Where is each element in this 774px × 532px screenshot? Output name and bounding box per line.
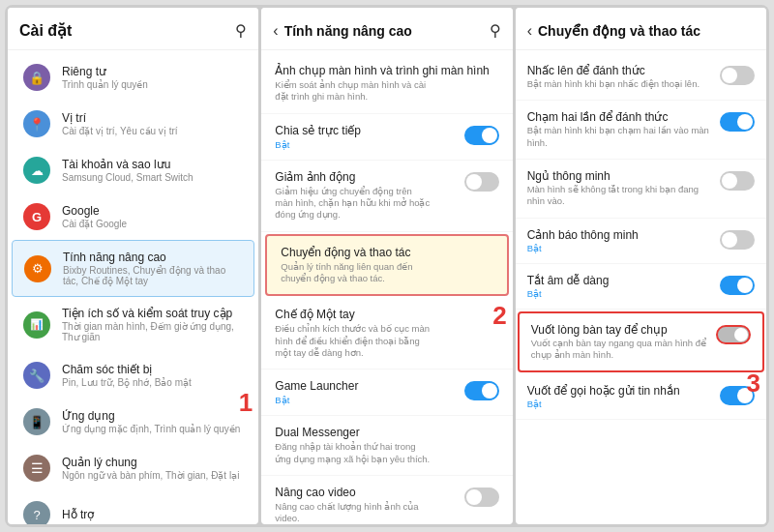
motion-palm-title: Vuốt lòng bàn tay để chụp [531,323,708,337]
google-icon: G [23,203,50,230]
feature-screenshot[interactable]: Ảnh chụp màn hình và trình ghi màn hình … [261,54,512,114]
label-number-1: 1 [239,388,253,418]
panel3-header: ‹ Chuyển động và thao tác [516,8,766,50]
motion-list: Nhấc lên để đánh thức Bật màn hình khi b… [516,50,766,524]
toggle-video[interactable] [464,488,499,507]
digital-icon: 📊 [23,311,50,339]
feature-onehand-sub: Điều chỉnh kích thước và bố cục màn hình… [275,323,430,359]
settings-item-account[interactable]: ☁ Tài khoản và sao lưu Samsung Cloud, Sm… [12,147,254,193]
panel1-header: Cài đặt ⚲ [8,8,258,50]
location-title: Vị trí [62,111,178,125]
motion-smart-title: Ngủ thông minh [527,169,712,183]
settings-item-google[interactable]: G Google Cài đặt Google [12,193,254,240]
panel2-title: Tính năng nâng cao [284,23,412,39]
advanced-sub: Bixby Routines, Chuyển động và thao tác,… [63,265,242,286]
motion-palm[interactable]: Vuốt lòng bàn tay để chụp Vuốt cạnh bàn … [518,311,764,373]
feature-game-sub: Bật [275,395,358,405]
apps-sub: Ứng dụng mặc định, Trình quản lý quyền [62,424,240,434]
settings-item-advanced[interactable]: ⚙ Tính năng nâng cao Bixby Routines, Chu… [12,240,254,297]
motion-smart[interactable]: Ngủ thông minh Màn hình sẽ không tắt tro… [516,160,766,219]
panel3-back-icon[interactable]: ‹ [527,22,532,40]
feature-game[interactable]: Game Launcher Bật [261,369,512,416]
feature-dual-sub: Đăng nhập tài khoản thứ hai trong ứng dụ… [275,441,430,465]
toggle-lift[interactable] [720,66,755,85]
feature-video-title: Nâng cao video [275,486,430,499]
panel2-header: ‹ Tính năng nâng cao ⚲ [261,8,512,50]
back-arrow-icon[interactable]: ‹ [273,22,278,40]
feature-motion-sub: Quản lý tính năng liên quan đến chuyển đ… [281,261,435,285]
feature-screenshot-title: Ảnh chụp màn hình và trình ghi màn hình [275,64,489,77]
motion-double-sub: Bật màn hình khi bạn chạm hai lần vào mà… [527,125,712,149]
panel2-search-icon[interactable]: ⚲ [490,21,501,40]
feature-video-sub: Nâng cao chất lượng hình ảnh của video. [275,501,430,524]
toggle-palm[interactable] [716,325,751,344]
google-title: Google [62,204,127,218]
support-icon: ? [23,501,50,524]
toggle-double[interactable] [720,112,755,132]
label-number-2: 2 [492,301,506,331]
settings-item-privacy[interactable]: 🔒 Riêng tư Trình quản lý quyền [12,54,254,101]
settings-item-care[interactable]: 🔧 Chăm sóc thiết bị Pin, Lưu trữ, Bộ nhớ… [12,352,254,399]
settings-item-location[interactable]: 📍 Vị trí Cài đặt vị trí, Yêu cầu vị trí [12,101,254,147]
motion-alert-title: Cảnh báo thông minh [527,228,712,242]
google-sub: Cài đặt Google [62,219,127,229]
care-icon: 🔧 [23,362,50,389]
feature-motion[interactable]: Chuyển động và thao tác Quản lý tính năn… [265,234,508,297]
motion-swipe-title: Vuốt để gọi hoặc gửi tin nhắn [527,384,712,398]
toggle-alert[interactable] [720,230,755,250]
general-icon: ☰ [23,455,50,482]
settings-item-apps[interactable]: 📱 Ứng dụng Ứng dụng mặc định, Trình quản… [12,399,254,445]
feature-dual[interactable]: Dual Messenger Đăng nhập tài khoản thứ h… [261,416,512,476]
advanced-title: Tính năng nâng cao [63,251,242,264]
feature-share[interactable]: Chia sẻ trực tiếp Bật [261,114,512,161]
motion-easy-title: Tắt âm dễ dàng [527,274,712,287]
advanced-features-list: Ảnh chụp màn hình và trình ghi màn hình … [261,50,512,524]
toggle-game[interactable] [464,381,499,400]
account-sub: Samsung Cloud, Smart Switch [62,172,194,183]
motion-swipe-sub: Bật [527,399,712,409]
location-sub: Cài đặt vị trí, Yêu cầu vị trí [62,126,178,136]
panel3-title: Chuyển động và thao tác [538,23,700,39]
care-sub: Pin, Lưu trữ, Bộ nhớ, Bảo mật [62,377,192,388]
settings-list: 🔒 Riêng tư Trình quản lý quyền 📍 Vị trí … [8,50,258,524]
general-title: Quản lý chung [62,456,239,469]
motion-double[interactable]: Chạm hai lần để đánh thức Bật màn hình k… [516,101,766,160]
feature-reduce-sub: Giảm hiệu ứng chuyển động trên màn hình,… [275,186,430,222]
motion-palm-sub: Vuốt cạnh bàn tay ngang qua màn hình để … [531,338,708,362]
motion-swipe[interactable]: Vuốt để gọi hoặc gửi tin nhắn Bật [516,374,766,420]
toggle-reduce[interactable] [464,172,499,192]
settings-item-support[interactable]: ? Hỗ trợ [12,491,254,524]
support-title: Hỗ trợ [62,508,94,521]
motion-lift-title: Nhấc lên để đánh thức [527,64,712,77]
feature-motion-title: Chuyển động và thao tác [281,246,435,259]
motion-lift-sub: Bật màn hình khi bạn nhấc điện thoại lên… [527,78,712,90]
toggle-share[interactable] [464,126,499,145]
panel1-title: Cài đặt [19,21,72,40]
privacy-title: Riêng tư [62,65,148,78]
toggle-smart[interactable] [720,171,755,191]
toggle-easy[interactable] [720,276,755,295]
search-icon[interactable]: ⚲ [235,21,247,40]
settings-item-general[interactable]: ☰ Quản lý chung Ngôn ngữ và bàn phím, Th… [12,445,254,491]
motion-alert[interactable]: Cảnh báo thông minh Bật [516,219,766,264]
settings-item-digital[interactable]: 📊 Tiện ích số và kiểm soát truy cập Thời… [12,297,254,352]
feature-reduce-title: Giảm ảnh động [275,170,430,184]
feature-share-sub: Bật [275,139,361,150]
feature-screenshot-sub: Kiểm soát ảnh chụp màn hình và cài đặt t… [275,79,430,103]
motion-lift[interactable]: Nhấc lên để đánh thức Bật màn hình khi b… [516,54,766,101]
privacy-icon: 🔒 [23,64,50,91]
digital-title: Tiện ích số và kiểm soát truy cập [62,307,243,320]
account-title: Tài khoản và sao lưu [62,158,194,171]
feature-video[interactable]: Nâng cao video Nâng cao chất lượng hình … [261,476,512,524]
digital-sub: Thời gian màn hình, Đếm giờ ứng dụng, Th… [62,321,243,342]
feature-onehand-title: Chế độ Một tay [275,308,430,321]
motion-easy-sub: Bật [527,288,712,299]
apps-title: Ứng dụng [62,409,240,423]
motion-double-title: Chạm hai lần để đánh thức [527,110,712,124]
advanced-icon: ⚙ [24,255,51,282]
feature-reduce[interactable]: Giảm ảnh động Giảm hiệu ứng chuyển động … [261,161,512,232]
feature-onehand[interactable]: Chế độ Một tay Điều chỉnh kích thước và … [261,298,512,369]
motion-easy[interactable]: Tắt âm dễ dàng Bật [516,264,766,310]
privacy-sub: Trình quản lý quyền [62,79,148,90]
feature-game-title: Game Launcher [275,379,358,393]
